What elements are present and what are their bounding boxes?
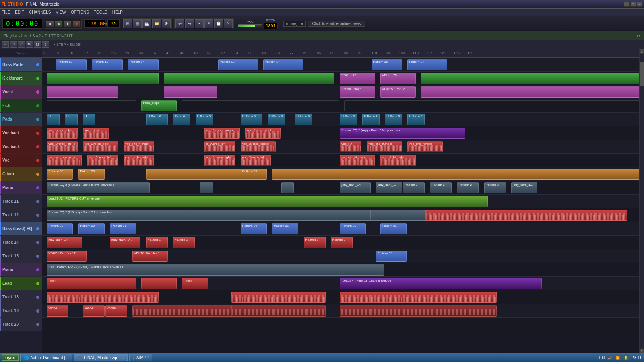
track-row[interactable]: Param...elopeVFX2 S...Par...e	[42, 85, 639, 99]
erase-tool[interactable]: ◻	[18, 41, 25, 48]
clip[interactable]: Pattern 2	[146, 237, 168, 248]
clip[interactable]: Pattern 21	[110, 223, 136, 234]
clip[interactable]	[358, 210, 371, 221]
clip[interactable]: voc..1verse_backs	[204, 128, 240, 139]
clip[interactable]	[164, 73, 334, 84]
track-label-track19[interactable]: Track 19	[0, 304, 42, 318]
track-label-kick-snare[interactable]: Kick/snare	[0, 72, 42, 85]
track-row[interactable]: Param. EQ 2 (!!!Bass) - Band 7 freq enve…	[42, 208, 639, 222]
clip[interactable]: U Pa..n 6	[146, 114, 168, 125]
clip[interactable]: Pad - Param. EQ 2 (!!!Bass) - Band 5 lev…	[47, 264, 384, 276]
help-icon[interactable]: ?	[224, 19, 233, 28]
clip[interactable]: Param...elope	[340, 86, 375, 98]
clip[interactable]: Pattern 2	[430, 182, 452, 193]
clip[interactable]	[286, 210, 299, 221]
clip[interactable]: Pattern 13	[92, 59, 122, 70]
close-button[interactable]: ×	[637, 2, 642, 7]
clip[interactable]: U	[65, 114, 78, 125]
piano-roll-icon[interactable]: 🎹	[142, 19, 151, 28]
track-label-bass-parts[interactable]: Bass Parts	[0, 58, 42, 72]
clip[interactable]: voc_cho_ft.melo	[407, 141, 443, 152]
record-button[interactable]: ●	[72, 20, 80, 27]
clip[interactable]: jetty_dark_14	[47, 237, 82, 248]
clip[interactable]: jetty_dark_14	[340, 182, 370, 193]
pattern-icon[interactable]: ⊞	[123, 19, 132, 28]
track-row[interactable]: voc_1verse_left - evoc_2verse_backvoc_ch…	[42, 140, 639, 154]
tempo-display[interactable]: 138.000	[84, 19, 105, 28]
clip[interactable]	[425, 210, 627, 221]
clip[interactable]: Pattern 2	[304, 237, 326, 248]
clip[interactable]	[231, 292, 325, 303]
track-row[interactable]: Param. EQ 2 (!!!Bass) - Band 5 level env…	[42, 181, 639, 195]
track-label-bass-lead-eq[interactable]: Bass (Lead) EQ	[0, 222, 42, 236]
mixer-icon[interactable]: ▤	[133, 19, 142, 28]
taskbar-item-author-dashboard[interactable]: 🌐 Author Dashboard |...	[20, 354, 72, 361]
clip[interactable]: Pattern 35	[241, 169, 267, 180]
clip[interactable]: Pattern 2	[403, 182, 425, 193]
track-label-gitara[interactable]: Gitara	[0, 167, 42, 181]
maximize-button[interactable]: □	[630, 2, 636, 7]
track-label-vocal[interactable]: Vocal	[0, 85, 42, 99]
copy-icon[interactable]: ⎘	[204, 19, 213, 28]
clip[interactable]: U Pa..n 6	[268, 114, 285, 125]
track-row[interactable]: VDUB1 Do_ifter 12VDUB1 Do_ifter 1...Patt…	[42, 249, 639, 263]
stop-button[interactable]: ■	[46, 20, 54, 27]
track-row[interactable]: Para_elope	[42, 99, 639, 113]
clip[interactable]: U	[83, 114, 96, 125]
menu-options[interactable]: OPTIONS	[71, 10, 89, 14]
scroll-thumb[interactable]	[640, 62, 644, 86]
browser-icon[interactable]: 📁	[152, 19, 161, 28]
menu-tools[interactable]: TOOLS	[94, 10, 107, 14]
clip[interactable]	[47, 73, 159, 84]
redo-icon[interactable]: ↪	[185, 19, 194, 28]
clip[interactable]: Param. EQ 2 (!!!Bass) - Band 7 freq enve…	[47, 210, 488, 221]
track-label-track11[interactable]: Track 11	[0, 195, 42, 208]
clip[interactable]: U Pa..n 6	[196, 114, 213, 125]
clip[interactable]: Pattern 21	[272, 223, 298, 234]
start-button[interactable]: пуск	[2, 354, 19, 361]
track-row[interactable]: vo...voc_1verse_right - evoc_2verse_left…	[42, 154, 639, 167]
track-row[interactable]: voc_1vers_acks - evoc..._ightvoc..1verse…	[42, 126, 639, 140]
track-label-kick[interactable]: kick	[0, 99, 42, 113]
clip[interactable]: Pattern 20	[340, 223, 366, 234]
track-row[interactable]	[42, 318, 639, 331]
clip[interactable]: U Pa..n 3	[362, 114, 380, 125]
track-label-track14[interactable]: Track 14	[0, 236, 42, 249]
playlist-maximize[interactable]: □	[635, 33, 638, 38]
clip[interactable]: jetty_dark_1...	[511, 182, 537, 193]
playlist-minimize[interactable]: ─	[631, 33, 634, 38]
clip[interactable]	[47, 100, 136, 111]
clip[interactable]: voc_2verse_backs	[241, 141, 276, 152]
clip[interactable]: Param. EQ 2 (Arp) - Band 7 freq envelope	[340, 128, 465, 139]
clip[interactable]	[182, 100, 339, 111]
solo-tool[interactable]: S	[42, 41, 49, 48]
track-label-voc-back-1[interactable]: Voc back	[0, 126, 42, 140]
minimize-button[interactable]: ─	[624, 2, 630, 7]
track-row[interactable]: Pad - Param. EQ 2 (!!!Bass) - Band 5 lev…	[42, 263, 639, 277]
clip[interactable]: Pattern 21	[380, 223, 407, 234]
paste-icon[interactable]: 📋	[214, 19, 223, 28]
clip[interactable]	[231, 305, 325, 317]
clip[interactable]: Pattern 2	[484, 182, 506, 193]
clip[interactable]: !!!!!!!!!!	[47, 278, 136, 289]
clip[interactable]: voc_cho_ft.melo	[124, 141, 154, 152]
clip[interactable]: Pattern 2	[331, 237, 353, 248]
clip[interactable]: VFX2 S...Par...e	[380, 86, 416, 98]
cut-icon[interactable]: ✂	[195, 19, 204, 28]
volume-icon[interactable]: 🔊	[607, 355, 613, 360]
clip[interactable]: Pattern 14	[128, 59, 159, 70]
track-row[interactable]: voca4voca4voca4	[42, 304, 639, 318]
taskbar-item-fl-studio[interactable]: 🎵 FINAL, Mastrer.zip - ...	[74, 354, 128, 361]
scroll-down-button[interactable]: ▼	[640, 348, 644, 353]
play-button[interactable]: ▶	[55, 20, 63, 27]
menu-view[interactable]: VIEW	[56, 10, 66, 14]
clip[interactable]	[141, 278, 177, 289]
track-label-track20[interactable]: Track 20	[0, 318, 42, 331]
battery-icon[interactable]: 🔋	[623, 355, 629, 360]
clip[interactable]: voc_1verse_right	[204, 155, 235, 166]
taskbar-item-aimp2[interactable]: ♪ AIMP2	[129, 354, 152, 361]
clip[interactable]: Lead 3 #2 - FILTER1-CUT envelope	[47, 196, 488, 207]
track-label-voc[interactable]: Voc	[0, 154, 42, 167]
track-label-track18[interactable]: Track 18	[0, 290, 42, 304]
draw-tool[interactable]: ✏	[2, 41, 9, 48]
